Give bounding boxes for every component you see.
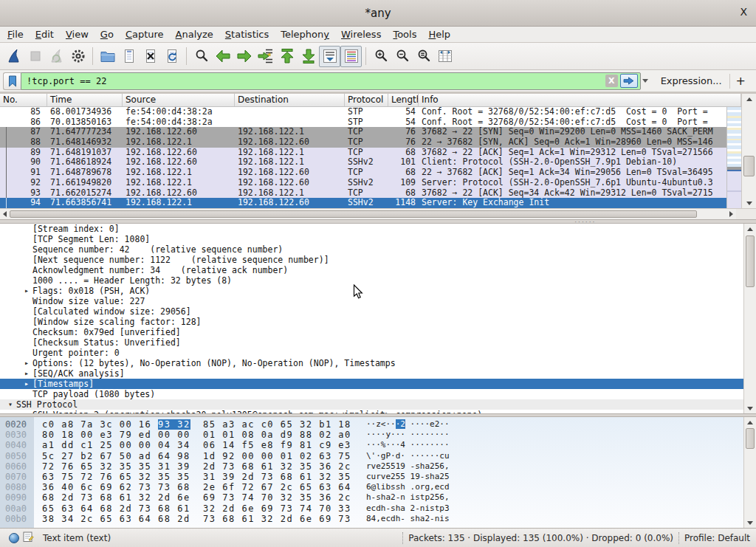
clear-filter-icon[interactable]: X bbox=[605, 75, 618, 87]
menu-go[interactable]: Go bbox=[94, 27, 120, 41]
detail-line[interactable]: Urgent pointer: 0 bbox=[0, 348, 743, 358]
expander-expanded-icon[interactable]: ▾ bbox=[4, 399, 16, 410]
detail-line[interactable]: Window size value: 227 bbox=[0, 296, 743, 306]
titlebar[interactable]: *any X bbox=[0, 0, 756, 27]
menu-statistics[interactable]: Statistics bbox=[219, 27, 275, 41]
zoom-out-button[interactable] bbox=[391, 46, 413, 67]
packet-list-vscrollbar[interactable] bbox=[741, 94, 756, 208]
expander-collapsed-icon[interactable]: ▸ bbox=[21, 410, 32, 413]
capture-comment-button[interactable] bbox=[23, 531, 34, 545]
column-header-time[interactable]: Time bbox=[47, 94, 123, 106]
start-capture-button[interactable] bbox=[3, 46, 24, 67]
detail-line[interactable]: Acknowledgment number: 34 (relative ack … bbox=[0, 265, 743, 275]
detail-line[interactable]: [Calculated window size: 29056] bbox=[0, 306, 743, 317]
column-header-protocol[interactable]: Protocol bbox=[345, 94, 388, 106]
menu-tools[interactable]: Tools bbox=[387, 27, 422, 41]
menu-capture[interactable]: Capture bbox=[120, 27, 170, 41]
hex-row-0080[interactable]: 008036 40 6c 69 62 73 73 68 2e 6f 72 67 … bbox=[0, 482, 756, 492]
bytes-vscrollbar[interactable] bbox=[743, 417, 756, 528]
detail-line[interactable]: ▸SSH Version 2 (encryption:chacha20-poly… bbox=[0, 410, 743, 413]
vscroll-thumb[interactable] bbox=[746, 235, 755, 287]
filter-input[interactable]: !tcp.port == 22 X bbox=[21, 72, 641, 90]
find-packet-button[interactable] bbox=[190, 46, 212, 67]
menu-view[interactable]: View bbox=[60, 27, 94, 41]
detail-line[interactable]: Sequence number: 42 (relative sequence n… bbox=[0, 244, 743, 255]
auto-scroll-button[interactable] bbox=[319, 46, 340, 67]
detail-line[interactable]: ▸Flags: 0x018 (PSH, ACK) bbox=[0, 286, 743, 296]
packet-row-88[interactable]: 8871.648146932192.168.122.1192.168.122.6… bbox=[0, 137, 726, 148]
menu-help[interactable]: Help bbox=[422, 27, 456, 41]
hex-row-00b0[interactable]: 00b038 34 2c 65 63 64 68 2d 73 68 61 32 … bbox=[0, 514, 756, 524]
expander-collapsed-icon[interactable]: ▸ bbox=[21, 368, 32, 379]
detail-line[interactable]: Checksum: 0x79ed [unverified] bbox=[0, 327, 743, 337]
colorize-button[interactable] bbox=[340, 46, 362, 67]
resize-columns-button[interactable] bbox=[434, 46, 456, 67]
hex-row-0020[interactable]: 0020c0 a8 7a 3c 00 16 93 32 85 a3 ac c0 … bbox=[0, 419, 756, 430]
scroll-down-icon[interactable] bbox=[744, 403, 756, 413]
packet-row-90[interactable]: 9071.648618924192.168.122.60192.168.122.… bbox=[0, 157, 726, 168]
close-button[interactable]: X bbox=[740, 7, 747, 17]
hscroll-thumb[interactable] bbox=[10, 210, 697, 218]
details-vscrollbar[interactable] bbox=[743, 224, 756, 413]
apply-filter-button[interactable] bbox=[620, 74, 638, 88]
expression-button[interactable]: Expression... bbox=[650, 75, 729, 86]
expert-info-button[interactable] bbox=[9, 533, 19, 543]
detail-line[interactable]: ▾SSH Protocol bbox=[0, 399, 743, 410]
close-capture-file-button[interactable] bbox=[140, 46, 161, 67]
column-header-destination[interactable]: Destination bbox=[235, 94, 345, 106]
scroll-down-icon[interactable] bbox=[742, 198, 756, 208]
column-header-info[interactable]: Info bbox=[419, 94, 741, 106]
scroll-left-icon[interactable] bbox=[0, 209, 10, 219]
vscroll-thumb[interactable] bbox=[746, 428, 755, 449]
column-header-no[interactable]: No. bbox=[0, 94, 47, 106]
scroll-right-icon[interactable] bbox=[726, 209, 736, 219]
menu-analyze[interactable]: Analyze bbox=[170, 27, 219, 41]
packet-row-92[interactable]: 9271.661949820192.168.122.1192.168.122.6… bbox=[0, 178, 726, 188]
menu-edit[interactable]: Edit bbox=[30, 27, 60, 41]
expander-collapsed-icon[interactable]: ▸ bbox=[21, 358, 32, 368]
packet-row-86[interactable]: 8670.013850163fe:54:00:d4:38:2aSTP54Conf… bbox=[0, 117, 726, 128]
expander-collapsed-icon[interactable]: ▸ bbox=[21, 379, 32, 389]
column-header-length[interactable]: Length bbox=[388, 94, 419, 106]
add-filter-button[interactable]: + bbox=[729, 74, 752, 89]
packet-row-94[interactable]: 9471.663856741192.168.122.1192.168.122.6… bbox=[0, 198, 726, 208]
hex-row-0060[interactable]: 006072 76 65 32 35 35 31 39 2d 73 68 61 … bbox=[0, 461, 756, 472]
detail-line[interactable]: [Stream index: 0] bbox=[0, 224, 743, 234]
menu-file[interactable]: File bbox=[1, 27, 30, 41]
packet-list-hscrollbar[interactable] bbox=[0, 208, 736, 219]
save-capture-file-button[interactable] bbox=[118, 46, 140, 67]
hex-row-0050[interactable]: 00505c 27 b2 67 50 ad 64 98 1d 92 00 00 … bbox=[0, 451, 756, 461]
column-header-source[interactable]: Source bbox=[123, 94, 235, 106]
detail-line[interactable]: [TCP Segment Len: 1080] bbox=[0, 234, 743, 244]
go-back-button[interactable] bbox=[212, 46, 233, 67]
zoom-in-button[interactable] bbox=[370, 46, 391, 67]
filter-bookmark-button[interactable] bbox=[3, 72, 21, 90]
detail-line[interactable]: ▸[Timestamps] bbox=[0, 379, 743, 389]
go-to-packet-button[interactable] bbox=[255, 46, 276, 67]
scroll-up-icon[interactable] bbox=[742, 94, 756, 104]
go-last-packet-button[interactable] bbox=[298, 46, 319, 67]
hex-row-00a0[interactable]: 00a065 63 64 68 2d 73 68 61 32 2d 6e 69 … bbox=[0, 503, 756, 514]
go-forward-button[interactable] bbox=[233, 46, 255, 67]
filter-dropdown-caret[interactable] bbox=[641, 72, 650, 90]
open-capture-file-button[interactable] bbox=[97, 46, 118, 67]
packet-row-85[interactable]: 8568.001734936fe:54:00:d4:38:2aSTP54Conf… bbox=[0, 107, 726, 117]
detail-line[interactable]: ▸[SEQ/ACK analysis] bbox=[0, 368, 743, 379]
zoom-normal-button[interactable] bbox=[413, 46, 434, 67]
packet-row-87[interactable]: 8771.647777234192.168.122.60192.168.122.… bbox=[0, 127, 726, 137]
vscroll-thumb[interactable] bbox=[743, 156, 755, 176]
menu-telephony[interactable]: Telephony bbox=[275, 27, 335, 41]
detail-line[interactable]: [Next sequence number: 1122 (relative se… bbox=[0, 255, 743, 265]
detail-line[interactable]: ▸Options: (12 bytes), No-Operation (NOP)… bbox=[0, 358, 743, 368]
go-first-packet-button[interactable] bbox=[276, 46, 298, 67]
hex-row-0030[interactable]: 003080 18 00 e3 79 ed 00 00 01 01 08 0a … bbox=[0, 430, 756, 440]
detail-line[interactable]: [Window size scaling factor: 128] bbox=[0, 317, 743, 327]
detail-line[interactable]: TCP payload (1080 bytes) bbox=[0, 389, 743, 399]
menu-wireless[interactable]: Wireless bbox=[335, 27, 387, 41]
packet-row-89[interactable]: 8971.648191037192.168.122.60192.168.122.… bbox=[0, 148, 726, 158]
packet-row-91[interactable]: 9171.648789678192.168.122.1192.168.122.6… bbox=[0, 168, 726, 178]
hex-row-0040[interactable]: 0040a1 dd c1 25 00 00 04 34 06 14 f5 e8 … bbox=[0, 440, 756, 450]
status-profile[interactable]: Profile: Default bbox=[684, 533, 750, 543]
detail-line[interactable]: 1000 .... = Header Length: 32 bytes (8) bbox=[0, 275, 743, 286]
scroll-down-icon[interactable] bbox=[744, 517, 756, 528]
